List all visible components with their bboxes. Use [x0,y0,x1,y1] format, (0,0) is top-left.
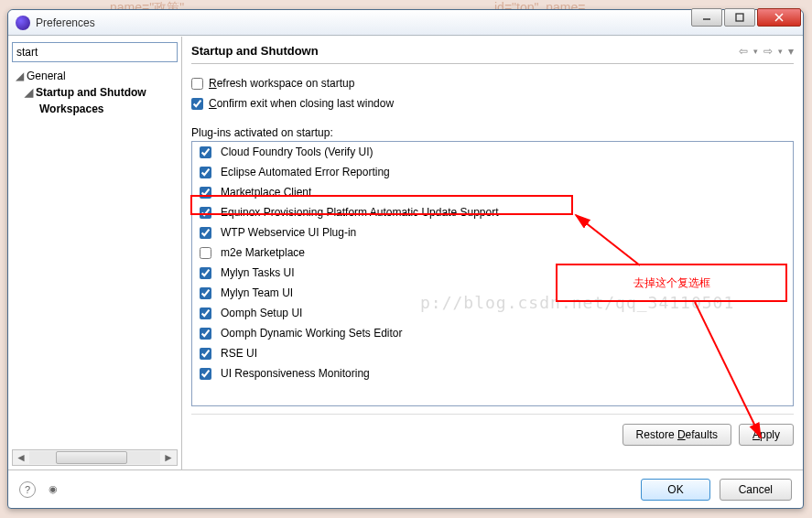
plugin-label: Mylyn Tasks UI [221,266,294,279]
plugin-row[interactable]: UI Responsiveness Monitoring [192,363,793,383]
plugin-checkbox[interactable] [200,368,211,380]
plugins-label: Plug-ins activated on startup: [191,126,794,139]
forward-icon[interactable]: ⇨ [763,45,773,58]
preference-tree[interactable]: ◢General ◢Startup and Shutdow Workspaces [12,68,178,449]
back-menu-icon[interactable]: ▾ [753,47,758,56]
plugin-checkbox[interactable] [200,247,211,259]
plugin-checkbox[interactable] [200,146,211,158]
collapse-icon[interactable]: ◢ [16,70,25,82]
svg-rect-1 [736,14,743,21]
page-title: Startup and Shutdown [191,44,319,58]
plugin-row[interactable]: Oomph Dynamic Working Sets Editor [192,323,793,343]
plugin-checkbox[interactable] [200,348,211,360]
refresh-workspace-checkbox[interactable] [191,78,203,90]
collapse-icon[interactable]: ◢ [25,86,34,99]
app-icon [16,16,30,30]
tree-item-workspaces[interactable]: Workspaces [12,101,178,117]
sidebar: ◢General ◢Startup and Shutdow Workspaces… [8,37,182,469]
plugin-label: Oomph Dynamic Working Sets Editor [221,327,403,340]
help-icon[interactable]: ? [19,481,36,498]
plugin-row[interactable]: Marketplace Client [192,182,793,202]
plugin-checkbox[interactable] [200,207,211,219]
plugin-label: WTP Webservice UI Plug-in [221,226,356,239]
plugin-checkbox[interactable] [200,167,211,178]
apply-button[interactable]: Apply [739,424,794,446]
plugin-label: Cloud Foundry Tools (Verify UI) [221,146,374,158]
main-panel: Startup and Shutdown ⇦ ▾ ⇨ ▾ ▾ Refresh w… [182,37,803,469]
refresh-workspace-row: Refresh workspace on startup [191,73,794,93]
plugin-label: Mylyn Team UI [221,286,293,299]
tree-item-general[interactable]: ◢General [12,68,178,84]
scroll-right-icon[interactable]: ► [160,450,177,465]
plugin-label: Oomph Setup UI [221,307,302,319]
scroll-left-icon[interactable]: ◄ [13,450,29,465]
plugin-checkbox[interactable] [200,267,211,279]
cancel-button[interactable]: Cancel [720,479,792,501]
tree-item-startup-shutdown[interactable]: ◢Startup and Shutdow [12,84,178,101]
plugin-row[interactable]: Equinox Provisioning Platform Automatic … [192,202,793,222]
plugin-row[interactable]: m2e Marketplace [192,243,793,263]
plugin-row[interactable]: Cloud Foundry Tools (Verify UI) [192,142,793,162]
titlebar[interactable]: Preferences [8,10,803,36]
scroll-track[interactable] [29,451,160,464]
plugin-label: m2e Marketplace [221,246,305,259]
preferences-window: Preferences ◢General ◢Startup and Shutdo… [7,9,804,509]
plugin-label: RSE UI [221,347,257,360]
restore-defaults-button[interactable]: Restore Defaults [623,424,731,446]
dialog-footer: ? ◉ OK Cancel [8,469,803,508]
confirm-exit-label: Confirm exit when closing last window [209,97,394,110]
plugin-checkbox[interactable] [200,308,211,319]
horizontal-scrollbar[interactable]: ◄ ► [12,449,178,466]
progress-icon: ◉ [45,481,61,498]
plugin-row[interactable]: Oomph Setup UI [192,303,793,323]
ok-button[interactable]: OK [641,479,709,501]
close-button[interactable] [757,8,801,27]
view-menu-icon[interactable]: ▾ [788,45,794,58]
plugin-row[interactable]: RSE UI [192,343,793,363]
filter-input[interactable] [12,42,178,62]
plugin-checkbox[interactable] [200,187,211,199]
scroll-thumb[interactable] [56,451,128,464]
plugin-label: Marketplace Client [221,186,311,199]
plugin-row[interactable]: Eclipse Automated Error Reporting [192,162,793,182]
plugin-row[interactable]: WTP Webservice UI Plug-in [192,222,793,243]
refresh-workspace-label: Refresh workspace on startup [209,77,354,90]
minimize-button[interactable] [691,8,722,27]
window-title: Preferences [36,16,95,29]
forward-menu-icon[interactable]: ▾ [778,47,783,56]
confirm-exit-checkbox[interactable] [191,98,203,110]
back-icon[interactable]: ⇦ [739,45,748,58]
plugin-checkbox[interactable] [200,227,211,239]
maximize-button[interactable] [724,8,755,27]
plugin-label: Eclipse Automated Error Reporting [221,166,390,178]
annotation-box: 去掉这个复选框 [556,264,787,302]
plugin-checkbox[interactable] [200,287,211,299]
plugin-label: Equinox Provisioning Platform Automatic … [221,206,499,219]
plugin-label: UI Responsiveness Monitoring [221,367,370,380]
confirm-exit-row: Confirm exit when closing last window [191,93,794,113]
plugin-checkbox[interactable] [200,328,211,340]
